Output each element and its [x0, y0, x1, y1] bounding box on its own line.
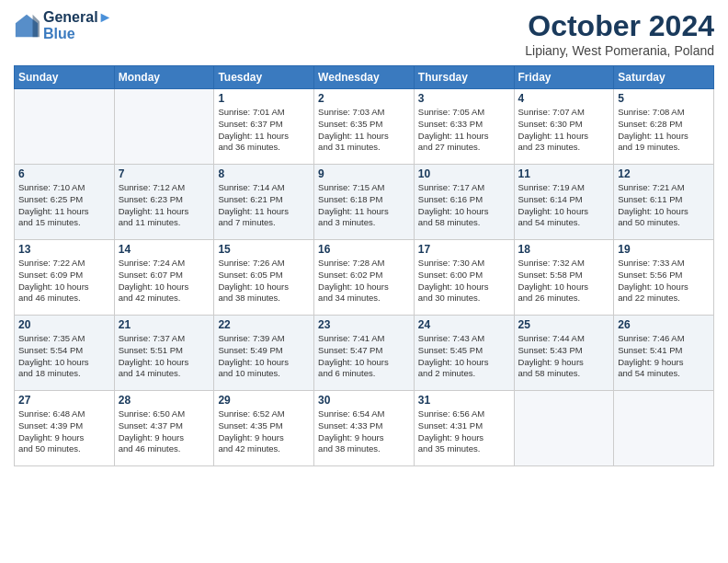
- table-row: 24Sunrise: 7:43 AM Sunset: 5:45 PM Dayli…: [414, 316, 514, 391]
- day-number: 14: [119, 243, 210, 256]
- day-number: 28: [119, 394, 210, 407]
- day-info: Sunrise: 7:07 AM Sunset: 6:30 PM Dayligh…: [518, 107, 610, 154]
- header-wednesday: Wednesday: [314, 66, 415, 89]
- calendar-week-row: 1Sunrise: 7:01 AM Sunset: 6:37 PM Daylig…: [15, 89, 714, 165]
- table-row: 31Sunrise: 6:56 AM Sunset: 4:31 PM Dayli…: [414, 391, 514, 466]
- table-row: 2Sunrise: 7:03 AM Sunset: 6:35 PM Daylig…: [314, 89, 415, 165]
- day-info: Sunrise: 7:28 AM Sunset: 6:02 PM Dayligh…: [318, 258, 410, 304]
- day-info: Sunrise: 7:08 AM Sunset: 6:28 PM Dayligh…: [618, 107, 710, 154]
- table-row: 5Sunrise: 7:08 AM Sunset: 6:28 PM Daylig…: [614, 89, 714, 165]
- table-row: 23Sunrise: 7:41 AM Sunset: 5:47 PM Dayli…: [314, 316, 415, 391]
- header: General► Blue October 2024 Lipiany, West…: [14, 9, 714, 58]
- day-number: 23: [318, 318, 410, 331]
- day-info: Sunrise: 7:41 AM Sunset: 5:47 PM Dayligh…: [318, 333, 410, 380]
- day-number: 29: [218, 394, 310, 407]
- day-info: Sunrise: 7:30 AM Sunset: 6:00 PM Dayligh…: [418, 258, 510, 304]
- location-title: Lipiany, West Pomerania, Poland: [525, 43, 714, 58]
- table-row: 17Sunrise: 7:30 AM Sunset: 6:00 PM Dayli…: [414, 240, 514, 316]
- svg-marker-1: [33, 15, 40, 37]
- day-info: Sunrise: 7:26 AM Sunset: 6:05 PM Dayligh…: [218, 258, 310, 304]
- day-info: Sunrise: 7:46 AM Sunset: 5:41 PM Dayligh…: [618, 333, 710, 380]
- day-number: 7: [119, 167, 210, 180]
- table-row: [114, 89, 214, 165]
- day-info: Sunrise: 6:52 AM Sunset: 4:35 PM Dayligh…: [218, 408, 310, 455]
- day-info: Sunrise: 7:03 AM Sunset: 6:35 PM Dayligh…: [318, 107, 410, 154]
- table-row: 16Sunrise: 7:28 AM Sunset: 6:02 PM Dayli…: [314, 240, 415, 316]
- day-number: 20: [18, 318, 110, 331]
- day-info: Sunrise: 7:22 AM Sunset: 6:09 PM Dayligh…: [18, 258, 110, 304]
- table-row: 13Sunrise: 7:22 AM Sunset: 6:09 PM Dayli…: [15, 240, 115, 316]
- day-number: 21: [119, 318, 210, 331]
- table-row: 25Sunrise: 7:44 AM Sunset: 5:43 PM Dayli…: [514, 316, 614, 391]
- table-row: 8Sunrise: 7:14 AM Sunset: 6:21 PM Daylig…: [214, 165, 314, 240]
- header-friday: Friday: [514, 66, 614, 89]
- day-number: 30: [318, 394, 410, 407]
- day-info: Sunrise: 7:12 AM Sunset: 6:23 PM Dayligh…: [119, 182, 210, 229]
- calendar-week-row: 20Sunrise: 7:35 AM Sunset: 5:54 PM Dayli…: [15, 316, 714, 391]
- table-row: 29Sunrise: 6:52 AM Sunset: 4:35 PM Dayli…: [214, 391, 314, 466]
- calendar-week-row: 6Sunrise: 7:10 AM Sunset: 6:25 PM Daylig…: [15, 165, 714, 240]
- day-number: 9: [318, 167, 410, 180]
- day-info: Sunrise: 7:01 AM Sunset: 6:37 PM Dayligh…: [218, 107, 310, 154]
- table-row: [15, 89, 115, 165]
- day-number: 6: [18, 167, 110, 180]
- table-row: 20Sunrise: 7:35 AM Sunset: 5:54 PM Dayli…: [15, 316, 115, 391]
- table-row: 19Sunrise: 7:33 AM Sunset: 5:56 PM Dayli…: [614, 240, 714, 316]
- table-row: 14Sunrise: 7:24 AM Sunset: 6:07 PM Dayli…: [114, 240, 214, 316]
- logo: General► Blue: [14, 9, 112, 42]
- table-row: [614, 391, 714, 466]
- table-row: 22Sunrise: 7:39 AM Sunset: 5:49 PM Dayli…: [214, 316, 314, 391]
- table-row: 28Sunrise: 6:50 AM Sunset: 4:37 PM Dayli…: [114, 391, 214, 466]
- day-info: Sunrise: 7:43 AM Sunset: 5:45 PM Dayligh…: [418, 333, 510, 380]
- day-info: Sunrise: 7:44 AM Sunset: 5:43 PM Dayligh…: [518, 333, 610, 380]
- table-row: 6Sunrise: 7:10 AM Sunset: 6:25 PM Daylig…: [15, 165, 115, 240]
- calendar-header-row: Sunday Monday Tuesday Wednesday Thursday…: [15, 66, 714, 89]
- logo-icon: [14, 13, 40, 39]
- day-number: 24: [418, 318, 510, 331]
- table-row: 4Sunrise: 7:07 AM Sunset: 6:30 PM Daylig…: [514, 89, 614, 165]
- header-tuesday: Tuesday: [214, 66, 314, 89]
- day-number: 1: [218, 92, 310, 105]
- day-info: Sunrise: 7:32 AM Sunset: 5:58 PM Dayligh…: [518, 258, 610, 304]
- day-info: Sunrise: 6:54 AM Sunset: 4:33 PM Dayligh…: [318, 408, 410, 455]
- day-number: 13: [18, 243, 110, 256]
- day-number: 25: [518, 318, 610, 331]
- calendar: Sunday Monday Tuesday Wednesday Thursday…: [14, 65, 714, 466]
- day-info: Sunrise: 7:05 AM Sunset: 6:33 PM Dayligh…: [418, 107, 510, 154]
- day-number: 10: [418, 167, 510, 180]
- logo-text: General► Blue: [43, 9, 112, 42]
- day-number: 15: [218, 243, 310, 256]
- table-row: 10Sunrise: 7:17 AM Sunset: 6:16 PM Dayli…: [414, 165, 514, 240]
- day-number: 8: [218, 167, 310, 180]
- day-info: Sunrise: 7:35 AM Sunset: 5:54 PM Dayligh…: [18, 333, 110, 380]
- day-info: Sunrise: 7:24 AM Sunset: 6:07 PM Dayligh…: [119, 258, 210, 304]
- day-number: 12: [618, 167, 710, 180]
- table-row: 11Sunrise: 7:19 AM Sunset: 6:14 PM Dayli…: [514, 165, 614, 240]
- day-info: Sunrise: 6:56 AM Sunset: 4:31 PM Dayligh…: [418, 408, 510, 455]
- day-number: 2: [318, 92, 410, 105]
- table-row: 12Sunrise: 7:21 AM Sunset: 6:11 PM Dayli…: [614, 165, 714, 240]
- table-row: 26Sunrise: 7:46 AM Sunset: 5:41 PM Dayli…: [614, 316, 714, 391]
- day-number: 5: [618, 92, 710, 105]
- table-row: 27Sunrise: 6:48 AM Sunset: 4:39 PM Dayli…: [15, 391, 115, 466]
- day-info: Sunrise: 7:17 AM Sunset: 6:16 PM Dayligh…: [418, 182, 510, 229]
- day-info: Sunrise: 7:19 AM Sunset: 6:14 PM Dayligh…: [518, 182, 610, 229]
- day-info: Sunrise: 7:15 AM Sunset: 6:18 PM Dayligh…: [318, 182, 410, 229]
- header-sunday: Sunday: [15, 66, 115, 89]
- day-info: Sunrise: 6:50 AM Sunset: 4:37 PM Dayligh…: [119, 408, 210, 455]
- calendar-week-row: 13Sunrise: 7:22 AM Sunset: 6:09 PM Dayli…: [15, 240, 714, 316]
- day-number: 11: [518, 167, 610, 180]
- day-info: Sunrise: 7:37 AM Sunset: 5:51 PM Dayligh…: [119, 333, 210, 380]
- day-info: Sunrise: 7:21 AM Sunset: 6:11 PM Dayligh…: [618, 182, 710, 229]
- day-number: 27: [18, 394, 110, 407]
- day-number: 31: [418, 394, 510, 407]
- header-saturday: Saturday: [614, 66, 714, 89]
- table-row: 9Sunrise: 7:15 AM Sunset: 6:18 PM Daylig…: [314, 165, 415, 240]
- table-row: 30Sunrise: 6:54 AM Sunset: 4:33 PM Dayli…: [314, 391, 415, 466]
- table-row: 3Sunrise: 7:05 AM Sunset: 6:33 PM Daylig…: [414, 89, 514, 165]
- table-row: 21Sunrise: 7:37 AM Sunset: 5:51 PM Dayli…: [114, 316, 214, 391]
- header-thursday: Thursday: [414, 66, 514, 89]
- table-row: [514, 391, 614, 466]
- calendar-week-row: 27Sunrise: 6:48 AM Sunset: 4:39 PM Dayli…: [15, 391, 714, 466]
- day-info: Sunrise: 7:39 AM Sunset: 5:49 PM Dayligh…: [218, 333, 310, 380]
